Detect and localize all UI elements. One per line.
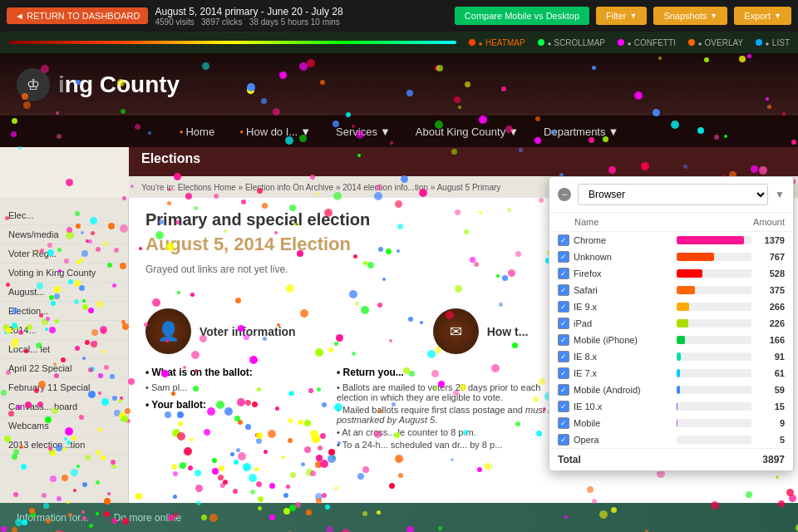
sidebar-item-webcams[interactable]: Webcams [0,416,128,436]
sidebar-item[interactable]: Election... [0,302,128,321]
visits-count: 4590 visits [155,17,194,27]
browser-name: iPad [574,318,672,328]
nav-services[interactable]: Services ▼ [336,126,391,138]
browser-checkbox[interactable]: ✓ [558,251,569,263]
duration: 38 days 5 hours 10 mins [249,17,340,27]
browser-checkbox[interactable]: ✓ [558,318,569,329]
browser-amount: 91 [756,352,785,362]
browser-bar-container [677,419,751,427]
sidebar-item[interactable]: August... [0,283,128,302]
browser-bar [677,402,677,411]
nav-howdoi[interactable]: ● How do I... ▼ [239,126,311,138]
browser-amount: 166 [756,335,785,345]
sidebar-item-2013[interactable]: 2013 election...tion [0,436,128,455]
browser-amount: 61 [756,368,785,378]
nav-dot: ● [239,128,244,135]
browser-bar-container [677,319,751,328]
browser-bar-container [677,386,751,394]
browser-bar [677,386,680,394]
voter-info-icon: 👤 [145,308,191,354]
browser-checkbox[interactable]: ✓ [558,384,569,396]
browser-row[interactable]: ✓ Mobile (iPhone) 166 [549,332,793,348]
browser-row[interactable]: ✓ iPad 226 [549,315,793,332]
browser-checkbox[interactable]: ✓ [558,434,569,446]
export-dropdown-arrow: ▼ [774,12,781,20]
browser-name: Mobile (Android) [574,385,672,395]
browser-bar-container [677,236,751,244]
browser-row[interactable]: ✓ IE 9.x 266 [549,298,793,315]
total-value: 3897 [762,454,785,466]
snapshots-button[interactable]: Snapshots ▼ [653,7,727,25]
browser-row[interactable]: ✓ IE 10.x 15 [549,398,793,415]
sidebar-item-feb[interactable]: February 11 Special [0,378,128,397]
browser-name: Chrome [574,235,672,245]
browser-row[interactable]: ✓ IE 8.x 91 [549,348,793,365]
browser-row[interactable]: ✓ Firefox 528 [549,265,793,282]
browser-checkbox[interactable]: ✓ [558,301,569,313]
browser-checkbox[interactable]: ✓ [558,284,569,296]
collapse-button[interactable]: − [558,188,571,201]
page-subtitle: 4590 visits 3897 clicks 38 days 5 hours … [155,17,447,27]
browser-row[interactable]: ✓ Safari 375 [549,282,793,298]
browser-bar-container [677,402,751,411]
browser-checkbox[interactable]: ✓ [558,367,569,379]
browser-bar-container [677,269,751,278]
browser-row[interactable]: ✓ Mobile (Android) 59 [549,382,793,398]
browser-checkbox[interactable]: ✓ [558,417,569,429]
list-option[interactable]: ⬥ LIST [756,38,790,47]
browser-total-row: Total 3897 [549,448,793,470]
browser-name: IE 9.x [574,302,672,312]
browser-dimension-select[interactable]: Browser [578,184,768,205]
ballot-item[interactable]: • Sam pl... [145,382,312,392]
filter-button[interactable]: Filter ▼ [596,7,647,25]
browser-amount: 375 [756,285,785,295]
overlay-option[interactable]: ⬥ OVERLAY [688,38,743,47]
nav-about[interactable]: About King County ▼ [416,126,519,138]
browser-amount: 1379 [756,235,785,245]
sidebar-item[interactable]: Voter Reg... [0,244,128,264]
nav-departments[interactable]: Departments ▼ [544,126,618,138]
heatmap-option[interactable]: ⬥ HEATMAP [469,38,525,47]
sidebar-item[interactable]: Local... let [0,340,128,359]
browser-name: Safari [574,285,672,295]
sidebar-item[interactable]: Elec... [0,206,128,225]
browser-row[interactable]: ✓ IE 7.x 61 [549,365,793,382]
browser-checkbox[interactable]: ✓ [558,334,569,346]
return-to-dashboard-button[interactable]: ◄ RETURN TO DASHBOARD [7,7,148,24]
browser-checkbox[interactable]: ✓ [558,268,569,279]
sidebar-item-canvass[interactable]: Canvass... board [0,397,128,416]
browser-bar-container [677,436,751,444]
browser-panel-header: − Browser ▼ [549,177,793,213]
return-item4: • To a 24-h... scheduled van dr... by 8 … [337,440,569,450]
amount-column-header: Amount [751,217,785,227]
sidebar-item[interactable]: 2014... [0,321,128,340]
browser-row[interactable]: ✓ Mobile 9 [549,415,793,431]
page-info: August 5, 2014 primary - June 20 - July … [155,6,447,27]
browser-row[interactable]: ✓ Chrome 1379 [549,232,793,249]
browser-checkbox[interactable]: ✓ [558,234,569,246]
browser-row[interactable]: ✓ Unknown 767 [549,249,793,265]
scrollmap-option[interactable]: ⬥ SCROLLMAP [538,38,605,47]
browser-bar [677,286,695,294]
filter-dropdown-arrow: ▼ [629,12,637,20]
browser-bar-container [677,369,751,377]
browser-name: IE 8.x [574,352,672,362]
browser-table-header: Name Amount [549,213,793,232]
browser-checkbox[interactable]: ✓ [558,401,569,412]
confetti-option[interactable]: ⬥ CONFETTI [618,38,676,47]
browser-checkbox[interactable]: ✓ [558,351,569,362]
browser-row[interactable]: ✓ Opera 5 [549,431,793,448]
sidebar-item-april[interactable]: April 22 Special [0,359,128,378]
dropdown-arrow-icon: ▼ [775,189,785,200]
browser-amount: 9 [756,418,785,428]
sidebar-item[interactable]: News/media [0,225,128,244]
compare-mobile-desktop-button[interactable]: Compare Mobile vs Desktop [455,7,589,25]
browser-bar [677,236,744,244]
browser-bar-container [677,303,751,311]
snapshots-dropdown-arrow: ▼ [710,12,717,20]
export-button[interactable]: Export ▼ [734,7,791,25]
sidebar-item[interactable]: Voting in King County [0,264,128,283]
how-to-section: ✉ How t... [433,308,529,354]
nav-home[interactable]: ● Home [180,126,215,138]
left-column: • What is on the ballot: • Sam pl... • Y… [145,367,312,452]
